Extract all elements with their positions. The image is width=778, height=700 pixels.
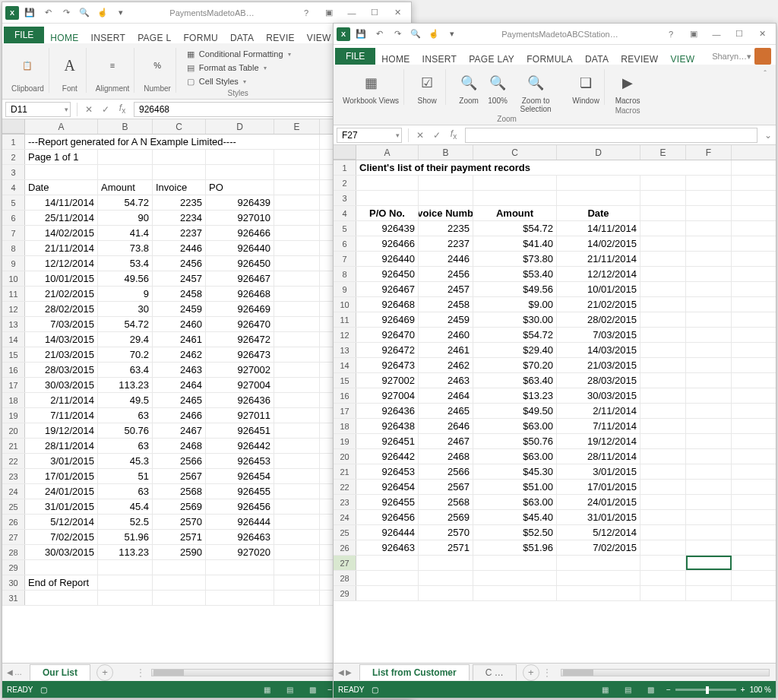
row-header[interactable]: 17 <box>2 378 25 392</box>
cell[interactable]: 2/11/2014 <box>25 393 98 407</box>
cell[interactable] <box>557 571 640 585</box>
cell[interactable]: 2235 <box>153 195 206 210</box>
cell[interactable]: 50.76 <box>98 423 153 438</box>
cell[interactable]: $45.40 <box>473 510 557 524</box>
zoom-100-button[interactable]: 🔍 <box>484 69 511 97</box>
font-icon[interactable]: A <box>59 54 81 77</box>
cell[interactable]: 51 <box>98 469 153 483</box>
cell[interactable] <box>206 150 274 164</box>
cell[interactable]: 5/12/2014 <box>25 515 98 529</box>
cell[interactable]: 926468 <box>206 287 274 301</box>
cell[interactable]: 926472 <box>206 332 274 347</box>
cell[interactable]: 29.4 <box>98 332 153 347</box>
cell[interactable]: 2456 <box>153 256 206 271</box>
cell[interactable]: 25/11/2014 <box>25 211 98 225</box>
cell[interactable]: 7/02/2015 <box>557 540 640 555</box>
cell[interactable]: 2571 <box>419 540 473 555</box>
table-row[interactable]: 79264402446$73.8021/11/2014 <box>334 252 776 267</box>
cell[interactable]: 21/02/2015 <box>25 287 98 301</box>
format-as-table-button[interactable]: ▤Format as Table▾ <box>185 62 267 74</box>
cell[interactable]: 2462 <box>153 347 206 362</box>
cell[interactable]: 926442 <box>206 439 274 453</box>
cell[interactable]: $13.23 <box>473 388 557 403</box>
cell[interactable]: 2467 <box>419 434 473 448</box>
cell[interactable] <box>356 556 419 570</box>
cell[interactable] <box>686 586 732 600</box>
cell[interactable] <box>557 586 640 600</box>
column-header-B[interactable]: B <box>419 145 473 160</box>
cell[interactable]: 2458 <box>419 297 473 312</box>
table-row[interactable]: 159270022463$63.4028/03/2015 <box>334 373 776 388</box>
cell[interactable]: 2567 <box>419 480 473 494</box>
tab-nav-more-icon[interactable]: … <box>14 668 22 676</box>
cell[interactable]: 926440 <box>356 252 419 266</box>
table-row[interactable]: 29 <box>334 586 776 601</box>
cell[interactable]: 7/11/2014 <box>557 419 640 433</box>
cell[interactable] <box>274 484 320 499</box>
cell[interactable]: 14/03/2015 <box>557 343 640 357</box>
cell[interactable] <box>153 560 206 575</box>
cell[interactable]: 31/01/2015 <box>557 510 640 524</box>
row-header[interactable]: 31 <box>2 591 25 605</box>
cell[interactable]: 2446 <box>419 252 473 266</box>
row-header[interactable]: 20 <box>2 423 25 438</box>
row-header[interactable]: 19 <box>334 434 356 448</box>
page-layout-view-icon[interactable]: ▤ <box>621 683 636 695</box>
cell[interactable] <box>274 241 320 255</box>
cell[interactable]: 45.4 <box>98 499 153 514</box>
row-header[interactable]: 28 <box>2 545 25 559</box>
cell[interactable] <box>686 525 732 540</box>
cell[interactable]: 7/02/2015 <box>25 530 98 544</box>
table-row[interactable]: 89264502456$53.4012/12/2014 <box>334 267 776 282</box>
table-row[interactable]: 69264662237$41.4014/02/2015 <box>334 236 776 252</box>
tab-nav-prev-icon[interactable]: ◀ <box>7 668 13 676</box>
cell[interactable] <box>356 586 419 600</box>
cell[interactable] <box>686 191 732 205</box>
cell[interactable] <box>274 150 320 164</box>
cell[interactable] <box>206 165 274 179</box>
table-row[interactable]: 259264442570$52.505/12/2014 <box>334 525 776 540</box>
macros-button[interactable]: ▶ <box>614 69 641 97</box>
cell[interactable]: 31/01/2015 <box>25 499 98 514</box>
cell[interactable]: 926451 <box>206 423 274 438</box>
cell[interactable] <box>686 206 732 220</box>
cell-styles-button[interactable]: ▢Cell Styles▾ <box>185 75 246 87</box>
cell[interactable]: 2446 <box>153 241 206 255</box>
row-header[interactable]: 28 <box>334 571 356 585</box>
cell[interactable] <box>640 267 686 281</box>
row-header[interactable]: 19 <box>2 408 25 423</box>
cell[interactable]: 926466 <box>206 226 274 240</box>
cell[interactable] <box>419 191 473 205</box>
cell[interactable]: 2457 <box>153 271 206 286</box>
cell[interactable] <box>686 464 732 479</box>
cell[interactable]: 52.5 <box>98 515 153 529</box>
row-header[interactable]: 9 <box>334 282 356 296</box>
cell[interactable]: 90 <box>98 211 153 225</box>
cell[interactable]: 926450 <box>356 267 419 281</box>
cell[interactable]: 926455 <box>356 495 419 509</box>
row-header[interactable]: 26 <box>334 540 356 555</box>
cell[interactable]: 926453 <box>206 454 274 468</box>
cell[interactable] <box>274 256 320 271</box>
cell[interactable]: 54.72 <box>98 317 153 331</box>
column-header-D[interactable]: D <box>557 145 640 160</box>
cell[interactable]: $70.20 <box>473 358 557 372</box>
cell[interactable]: 2459 <box>419 312 473 327</box>
cell[interactable]: $73.80 <box>473 252 557 266</box>
zoom-in-icon[interactable]: + <box>741 686 745 694</box>
cell[interactable]: 926470 <box>206 317 274 331</box>
touch-mode-icon[interactable]: ☝ <box>426 27 441 42</box>
cell[interactable] <box>640 312 686 327</box>
zoom-to-selection-button[interactable]: 🔍 <box>522 69 549 97</box>
zoom-button[interactable]: 🔍 <box>455 69 482 97</box>
table-row[interactable]: 129264702460$54.727/03/2015 <box>334 328 776 343</box>
cell[interactable]: 2567 <box>153 469 206 483</box>
cell[interactable] <box>686 267 732 281</box>
cell[interactable] <box>419 176 473 190</box>
cell[interactable]: 21/11/2014 <box>557 252 640 266</box>
cell[interactable]: 926456 <box>356 510 419 524</box>
cell[interactable] <box>640 206 686 220</box>
sheet-tab-active[interactable]: List from Customer <box>359 664 470 680</box>
sheet-tab-active[interactable]: Our List <box>30 664 90 680</box>
cell[interactable]: Amount <box>98 180 153 195</box>
